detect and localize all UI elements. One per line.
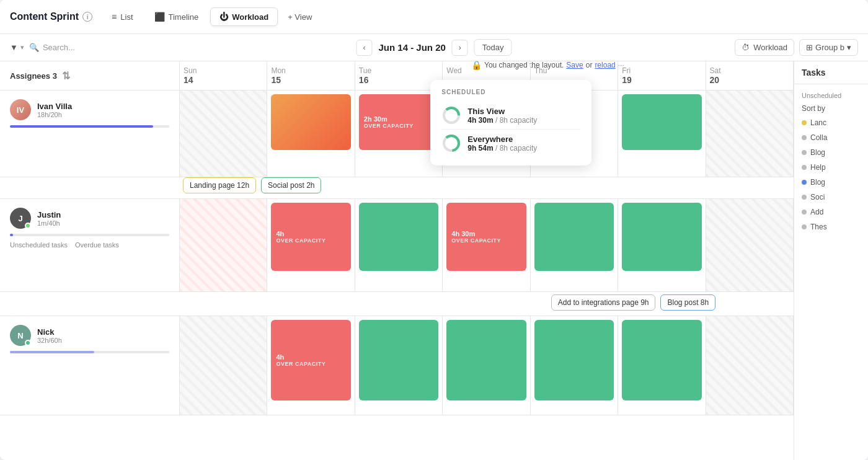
ivan-chip-landing[interactable]: Landing page 12h (183, 177, 256, 193)
main-content: Assignees 3 ⇅ Sun 14 Mon 15 Tue 16 Wed (0, 61, 868, 460)
unscheduled-tasks-link[interactable]: Unscheduled tasks (10, 241, 68, 249)
tab-list-label: List (120, 12, 133, 22)
grid-icon: ⊞ (806, 43, 813, 52)
project-title-text: Content Sprint (10, 11, 79, 22)
nick-sat-cell[interactable] (706, 316, 794, 415)
nick-fri-cell[interactable] (618, 316, 706, 415)
justin-tue-cell[interactable] (355, 199, 443, 291)
justin-status-dot (25, 223, 31, 229)
ivan-fri-cell[interactable] (618, 91, 706, 177)
filter-arrow: ▾ (20, 43, 24, 51)
prev-arrow[interactable]: ‹ (356, 40, 372, 56)
justin-mon-over: OVER CAPACITY (276, 237, 345, 244)
justin-info: J Justin 1m/40h (0, 199, 180, 291)
ivan-tue-hours: 2h 30m (364, 115, 433, 123)
tab-list[interactable]: ≡ List (102, 7, 142, 26)
ivan-chip-social[interactable]: Social post 2h (261, 177, 321, 193)
ivan-avatar-wrap: IV (10, 99, 31, 120)
tasks-sidebar-content: Unscheduled Sort by Lanc Colla Blog (794, 84, 868, 239)
assignee-row-ivan: IV Ivan Villa 18h/20h (0, 91, 794, 199)
workload-view-button[interactable]: ⏱ Workload (735, 39, 794, 56)
nick-sun-cell[interactable] (180, 316, 267, 415)
reload-link[interactable]: reload (595, 61, 615, 69)
justin-sat-cell[interactable] (706, 199, 794, 291)
justin-chip-integrations[interactable]: Add to integrations page 9h (551, 294, 656, 311)
filter-button[interactable]: ▼ ▾ (10, 43, 24, 52)
task-item-3[interactable]: Help (794, 160, 868, 175)
ivan-progress-bar (10, 125, 153, 128)
task-label-5: Soci (810, 193, 825, 201)
ivan-sat-cell[interactable] (706, 91, 794, 177)
ivan-progress-container (10, 125, 169, 128)
nick-status-dot (25, 340, 31, 346)
task-dot-0 (802, 120, 807, 125)
more-options[interactable]: ··· (618, 61, 624, 69)
task-item-5[interactable]: Soci (794, 190, 868, 205)
ivan-hours: 18h/20h (37, 111, 72, 118)
task-item-0[interactable]: Lanc (794, 115, 868, 130)
nav-tabs: ≡ List ⬛ Timeline ⏻ Workload + View (102, 7, 319, 26)
toolbar-right: ⏱ Workload ⊞ Group b ▾ (735, 39, 858, 56)
nick-hours: 32h/60h (37, 337, 62, 344)
assignee-row-nick: N Nick 32h/60h (0, 316, 794, 415)
justin-avatar-wrap: J (10, 208, 31, 229)
task-label-0: Lanc (810, 118, 826, 127)
assignees-sort-icon[interactable]: ⇅ (62, 70, 70, 82)
today-button[interactable]: Today (474, 39, 512, 56)
tab-workload-label: Workload (232, 12, 268, 22)
this-view-hours: 4h 30m (467, 116, 493, 125)
this-view-donut-icon (441, 105, 461, 125)
this-view-info: This View 4h 30m / 8h capacity (467, 107, 537, 125)
nick-tue-cell[interactable] (355, 316, 443, 415)
task-item-4[interactable]: Blog (794, 175, 868, 190)
everywhere-info: Everywhere 9h 54m / 8h capacity (467, 135, 537, 153)
justin-fri-cell[interactable] (618, 199, 706, 291)
day-num-mon: 15 (271, 75, 350, 85)
nick-thu-block (534, 320, 614, 400)
task-dot-7 (802, 224, 807, 229)
justin-mon-cell[interactable]: 4h OVER CAPACITY (267, 199, 355, 291)
clock-icon: ⏱ (742, 43, 750, 52)
day-num-fri: 19 (622, 75, 701, 85)
next-arrow[interactable]: › (452, 40, 468, 56)
column-headers: Assignees 3 ⇅ Sun 14 Mon 15 Tue 16 Wed (0, 61, 794, 91)
nick-thu-cell[interactable] (531, 316, 618, 415)
nick-wed-block (446, 320, 526, 400)
task-label-7: Thes (810, 223, 827, 231)
justin-wed-cell[interactable]: 4h 30m OVER CAPACITY (443, 199, 530, 291)
ivan-tue-cell[interactable]: 2h 30m OVER CAPACITY (355, 91, 443, 177)
popup-label: SCHEDULED (441, 89, 580, 95)
task-dot-5 (802, 195, 807, 200)
search-box[interactable]: 🔍 Search... (29, 43, 75, 52)
group-by-label: Group b (815, 43, 844, 52)
add-view-button[interactable]: + View (280, 9, 319, 25)
info-icon[interactable]: i (82, 12, 92, 22)
justin-progress-container (10, 234, 169, 236)
justin-fri-block (622, 203, 701, 271)
task-item-6[interactable]: Add (794, 205, 868, 219)
everywhere-slash: / (495, 144, 500, 153)
day-name-wed: Wed (446, 66, 526, 75)
task-dot-2 (802, 150, 807, 155)
unscheduled-label: Unscheduled (794, 89, 868, 102)
ivan-sun-cell[interactable] (180, 91, 267, 177)
justin-chip-blog[interactable]: Blog post 8h (660, 294, 715, 311)
nick-mon-cell[interactable]: 4h OVER CAPACITY (267, 316, 355, 415)
group-by-button[interactable]: ⊞ Group b ▾ (799, 39, 858, 56)
ivan-avatar: IV (10, 99, 31, 120)
task-item-7[interactable]: Thes (794, 219, 868, 234)
nick-wed-cell[interactable] (443, 316, 530, 415)
justin-thu-cell[interactable] (531, 199, 618, 291)
save-link[interactable]: Save (566, 61, 583, 69)
justin-sun-cell[interactable] (180, 199, 267, 291)
ivan-mon-cell[interactable] (267, 91, 355, 177)
tab-workload[interactable]: ⏻ Workload (210, 7, 278, 26)
task-item-1[interactable]: Colla (794, 130, 868, 145)
task-item-2[interactable]: Blog (794, 145, 868, 160)
overdue-tasks-link[interactable]: Overdue tasks (75, 241, 119, 249)
tab-timeline[interactable]: ⬛ Timeline (145, 7, 208, 26)
date-range: Jun 14 - Jun 20 (378, 42, 445, 53)
day-header-fri: Fri 19 (618, 61, 706, 90)
everywhere-donut-icon (441, 133, 461, 153)
header: Content Sprint i ≡ List ⬛ Timeline ⏻ Wor… (0, 0, 868, 34)
